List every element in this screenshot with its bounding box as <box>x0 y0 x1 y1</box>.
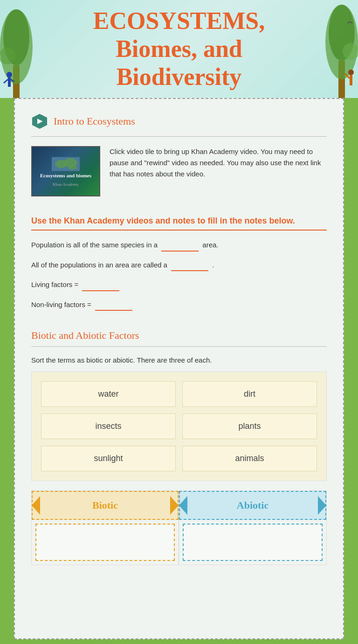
section1-header: ▶ Intro to Ecosystems <box>31 113 327 130</box>
term-animals[interactable]: animals <box>182 446 317 471</box>
abiotic-column: Abiotic <box>179 491 326 565</box>
abiotic-arrow-right <box>318 496 326 515</box>
biotic-arrow-right <box>170 496 179 515</box>
biotic-arrow-left <box>32 496 40 515</box>
terms-grid: water dirt insects plants sunlight anima… <box>31 371 327 481</box>
svg-point-21 <box>69 165 77 170</box>
sort-columns: Biotic Abiotic <box>31 490 327 565</box>
biotic-label: Biotic <box>92 499 118 511</box>
video-description: Click video tile to bring up Khan Academ… <box>110 146 327 180</box>
svg-rect-13 <box>350 75 352 85</box>
svg-text:▶: ▶ <box>37 118 43 125</box>
hero-section: ECOSYSTEMS, Biomes, and Biodiversity <box>0 0 358 98</box>
term-dirt[interactable]: dirt <box>182 381 317 407</box>
biotic-drop-area[interactable] <box>35 524 175 561</box>
term-sunlight[interactable]: sunlight <box>41 446 176 471</box>
term-insects[interactable]: insects <box>41 413 176 439</box>
video-row: Ecosystems and biomes Khan Academy Click… <box>31 146 327 196</box>
instruction-divider <box>31 230 327 231</box>
svg-point-12 <box>348 70 354 75</box>
sort-instruction: Sort the terms as biotic or abiotic. The… <box>31 356 327 364</box>
video-thumb-title: Ecosystems and biomes <box>40 172 91 179</box>
section1-icon: ▶ <box>31 113 48 130</box>
svg-line-6 <box>4 79 8 83</box>
section1-title: Intro to Ecosystems <box>54 115 135 127</box>
svg-point-4 <box>7 72 12 77</box>
biotic-column: Biotic <box>32 491 179 565</box>
fill-row-2: All of the populations in an area are ca… <box>31 260 327 272</box>
section2-title: Biotic and Abiotic Factors <box>31 329 327 342</box>
abiotic-header: Abiotic <box>179 491 326 520</box>
blank-2[interactable] <box>171 260 208 272</box>
section2-divider <box>31 346 327 347</box>
section2-header: Biotic and Abiotic Factors <box>31 329 327 347</box>
svg-rect-5 <box>8 77 11 87</box>
video-thumbnail[interactable]: Ecosystems and biomes Khan Academy <box>31 146 100 196</box>
blank-4[interactable] <box>95 300 132 311</box>
term-plants[interactable]: plants <box>182 413 317 439</box>
blank-1[interactable] <box>161 240 199 252</box>
fill-row-3: Living factors = <box>31 280 327 291</box>
abiotic-label: Abiotic <box>237 499 268 511</box>
fill-row-4: Non-living factors = <box>31 300 327 311</box>
instruction-text: Use the Khan Academy videos and notes to… <box>31 215 327 227</box>
abiotic-drop-area[interactable] <box>183 524 323 561</box>
hero-title: ECOSYSTEMS, Biomes, and Biodiversity <box>93 7 265 91</box>
term-water[interactable]: water <box>41 381 176 407</box>
section1-divider <box>31 136 327 137</box>
fill-row-1: Population is all of the same species in… <box>31 240 327 252</box>
biotic-header: Biotic <box>32 491 179 520</box>
abiotic-arrow-left <box>179 496 187 515</box>
content-card: ▶ Intro to Ecosystems Ecosystems and bio… <box>14 98 344 639</box>
blank-3[interactable] <box>82 280 119 291</box>
tree-left-decoration <box>0 0 33 98</box>
tree-right-decoration <box>325 0 358 98</box>
video-map-graphic <box>52 156 80 172</box>
video-brand: Khan Academy <box>53 182 79 187</box>
